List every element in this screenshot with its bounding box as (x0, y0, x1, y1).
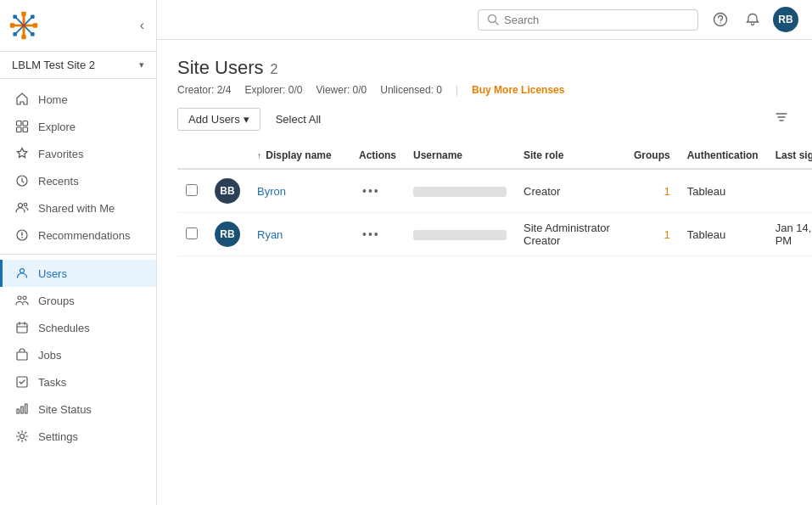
table-row: RB Ryan ••• Site Administrator Creator 1… (177, 213, 812, 256)
license-bar: Creator: 2/4 Explorer: 0/0 Viewer: 0/0 U… (177, 84, 792, 96)
search-icon (487, 14, 499, 25)
sidebar-item-settings[interactable]: Settings (0, 423, 156, 450)
row-actions-menu[interactable]: ••• (359, 182, 384, 199)
col-check-header (177, 143, 206, 169)
sidebar-item-schedules[interactable]: Schedules (0, 314, 156, 341)
select-all-button[interactable]: Select All (269, 109, 328, 130)
svg-rect-5 (21, 12, 25, 16)
nav-divider (0, 254, 156, 255)
svg-rect-25 (17, 323, 27, 333)
row-avatar-cell: RB (206, 213, 249, 256)
row-checkbox[interactable] (186, 184, 198, 196)
sidebar-collapse-button[interactable]: ‹ (137, 14, 148, 36)
recents-icon (14, 174, 30, 188)
sidebar-item-site-status[interactable]: Site Status (0, 396, 156, 423)
sidebar-item-label: Users (38, 267, 67, 280)
license-divider: | (456, 84, 458, 96)
sidebar-item-label: Settings (38, 430, 78, 443)
filter-button[interactable] (771, 108, 792, 131)
topbar: RB (157, 0, 812, 40)
help-button[interactable] (708, 8, 732, 31)
explorer-license: Explorer: 0/0 (244, 84, 302, 96)
sidebar-item-recents[interactable]: Recents (0, 167, 156, 194)
row-last-signed-cell (767, 169, 812, 213)
svg-rect-15 (23, 121, 28, 126)
svg-rect-27 (17, 377, 27, 387)
svg-rect-13 (22, 24, 25, 27)
add-users-dropdown-icon: ▾ (244, 113, 249, 126)
sidebar-item-label: Home (38, 93, 68, 106)
sidebar-item-groups[interactable]: Groups (0, 287, 156, 314)
search-box[interactable] (478, 9, 698, 31)
tableau-logo (8, 10, 39, 41)
explore-icon (14, 120, 30, 133)
svg-point-28 (20, 435, 25, 439)
svg-rect-6 (21, 35, 25, 39)
svg-point-20 (24, 203, 27, 206)
sidebar-item-explore[interactable]: Explore (0, 113, 156, 140)
row-checkbox-cell (177, 169, 206, 213)
svg-point-19 (19, 204, 23, 208)
groups-icon (14, 294, 30, 307)
users-icon (14, 267, 30, 280)
row-name-cell: Byron (249, 169, 350, 213)
search-input[interactable] (504, 14, 689, 26)
add-users-button[interactable]: Add Users ▾ (177, 108, 260, 131)
svg-point-30 (714, 14, 727, 26)
bell-icon (745, 12, 760, 27)
sidebar-item-label: Explore (38, 121, 76, 133)
user-name-link[interactable]: Byron (257, 185, 286, 198)
col-groups-header: Groups (625, 143, 679, 169)
sidebar-item-label: Site Status (38, 403, 92, 416)
main-area: RB Site Users 2 Creator: 2/4 Explorer: 0… (157, 0, 812, 505)
row-actions-menu[interactable]: ••• (359, 226, 384, 243)
site-name: LBLM Test Site 2 (12, 59, 95, 71)
row-actions-cell: ••• (350, 213, 405, 256)
sidebar-item-home[interactable]: Home (0, 86, 156, 113)
row-username-blurred (413, 187, 507, 197)
creator-license: Creator: 2/4 (177, 84, 231, 96)
row-actions-cell: ••• (350, 169, 405, 213)
buy-more-licenses-link[interactable]: Buy More Licenses (472, 84, 564, 96)
notifications-button[interactable] (741, 8, 764, 31)
sidebar-nav: Home Explore Favorites Recents (0, 79, 156, 505)
col-site-role-header: Site role (515, 143, 625, 169)
user-avatar[interactable]: RB (773, 7, 798, 32)
page-title: Site Users (177, 57, 263, 79)
sidebar-item-favorites[interactable]: Favorites (0, 140, 156, 167)
row-username-blurred (413, 230, 507, 240)
sidebar-item-users[interactable]: Users (0, 260, 156, 287)
table-row: BB Byron ••• Creator 1 Tableau (177, 169, 812, 213)
row-groups-cell: 1 (625, 169, 679, 213)
svg-point-31 (720, 22, 720, 23)
row-checkbox-cell (177, 213, 206, 256)
col-display-name-header[interactable]: ↑ Display name (249, 143, 350, 169)
unlicensed-license: Unlicensed: 0 (380, 84, 442, 96)
toolbar-left: Add Users ▾ Select All (177, 108, 328, 131)
sidebar-item-shared[interactable]: Shared with Me (0, 194, 156, 222)
sidebar-item-jobs[interactable]: Jobs (0, 341, 156, 368)
col-avatar-header (206, 143, 249, 169)
sidebar-item-label: Recents (38, 175, 79, 188)
sidebar-item-label: Jobs (38, 349, 61, 362)
site-selector[interactable]: LBLM Test Site 2 ▾ (0, 52, 156, 79)
sidebar-item-label: Favorites (38, 148, 83, 160)
favorites-icon (14, 147, 30, 160)
sidebar-item-label: Recommendations (38, 229, 130, 242)
row-auth-cell: Tableau (679, 169, 767, 213)
add-users-label: Add Users (188, 113, 240, 126)
svg-rect-12 (31, 32, 35, 36)
col-last-signed-in-header: Last signed in (767, 143, 812, 169)
svg-point-22 (20, 269, 25, 273)
site-status-icon (14, 402, 30, 416)
topbar-icons: RB (708, 7, 798, 32)
sidebar-item-label: Schedules (38, 322, 90, 334)
row-groups-cell: 1 (625, 213, 679, 256)
sidebar-item-recommendations[interactable]: Recommendations (0, 222, 156, 249)
users-table-body: BB Byron ••• Creator 1 Tableau RB Ryan •… (177, 169, 812, 256)
page-header: Site Users 2 (177, 57, 792, 79)
row-checkbox[interactable] (186, 227, 198, 239)
sidebar-item-label: Groups (38, 295, 75, 307)
sidebar-item-tasks[interactable]: Tasks (0, 368, 156, 396)
user-name-link[interactable]: Ryan (257, 228, 283, 241)
